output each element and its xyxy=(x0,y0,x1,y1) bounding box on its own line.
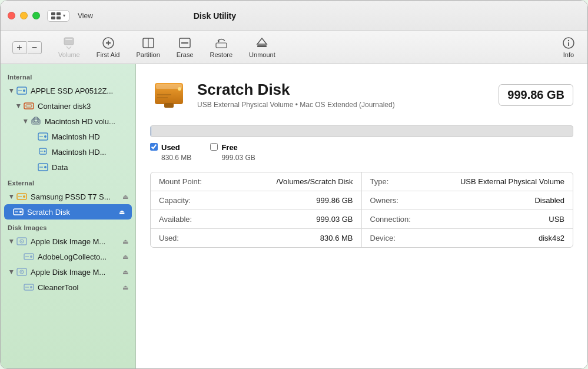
free-value: 999.03 GB xyxy=(221,154,255,162)
sidebar-item-apple-disk-image-2[interactable]: ▶ Apple Disk Image M... ⏏ xyxy=(1,264,135,280)
toolbar-partition[interactable]: Partition xyxy=(136,36,160,58)
titlebar: ▾ View Disk Utility xyxy=(1,1,587,31)
details-row-2: Capacity: 999.86 GB Owners: Disabled xyxy=(151,191,573,210)
maximize-button[interactable] xyxy=(32,12,40,19)
svg-point-16 xyxy=(23,89,25,92)
progress-labels: Used 830.6 MB Free 999.03 GB xyxy=(150,143,573,162)
free-label: Free xyxy=(221,143,255,152)
svg-rect-19 xyxy=(26,105,32,107)
free-checkbox[interactable] xyxy=(210,143,218,151)
svg-point-46 xyxy=(21,271,22,272)
svg-point-40 xyxy=(21,241,22,242)
sidebar-item-cleaner-tool[interactable]: ▶ CleanerTool ⏏ xyxy=(1,280,135,295)
toolbar-volume[interactable]: Volume xyxy=(58,36,80,58)
svg-point-33 xyxy=(23,195,25,198)
eject-icon-cleaner[interactable]: ⏏ xyxy=(120,282,131,292)
eject-icon-adi1[interactable]: ⏏ xyxy=(120,236,131,247)
close-button[interactable] xyxy=(8,12,15,19)
connection-value: USB xyxy=(549,215,564,224)
disk-title: Scratch Disk xyxy=(197,81,499,99)
toolbar-unmount[interactable]: Unmount xyxy=(249,36,275,58)
sidebar-item-adobe-log-label: AdobeLogCollecto... xyxy=(38,252,120,261)
sidebar-item-data[interactable]: ▶ Data xyxy=(1,159,135,175)
first-aid-icon xyxy=(101,36,115,49)
sidebar-item-apple-ssd-label: APPLE SSD AP0512Z... xyxy=(31,87,131,95)
disk-subtitle: USB External Physical Volume • Mac OS Ex… xyxy=(197,101,499,109)
sidebar-item-samsung-pssd[interactable]: ▶ Samsung PSSD T7 S... ⏏ xyxy=(1,189,135,204)
svg-point-27 xyxy=(44,151,46,152)
eject-icon-scratch[interactable]: ⏏ xyxy=(117,207,127,217)
toolbar-erase[interactable]: Erase xyxy=(177,36,194,58)
device-label: Device: xyxy=(370,234,396,242)
usb-drive-icon xyxy=(16,191,28,202)
view-toggle-button[interactable]: ▾ xyxy=(47,10,69,22)
available-value: 999.03 GB xyxy=(316,215,353,224)
sidebar-section-internal: Internal xyxy=(1,69,135,83)
title-text: Disk Utility xyxy=(194,11,236,21)
svg-point-24 xyxy=(44,135,46,138)
sidebar-item-macintosh-hd-2-label: Macintosh HD... xyxy=(52,148,131,157)
toolbar-first-aid[interactable]: First Aid xyxy=(97,36,120,58)
sidebar-item-container-disk3[interactable]: ▶ Container disk3 xyxy=(1,98,135,114)
sidebar-item-scratch-disk[interactable]: ▶ Scratch Disk ⏏ xyxy=(4,204,132,220)
sidebar-item-mac-hd-vol[interactable]: ▶ Macintosh HD volu... xyxy=(1,114,135,129)
drive-icon xyxy=(37,131,49,142)
sidebar-item-samsung-label: Samsung PSSD T7 S... xyxy=(31,192,120,201)
minimize-button[interactable] xyxy=(20,12,28,19)
connection-cell: Connection: USB xyxy=(362,210,573,228)
svg-point-13 xyxy=(568,40,569,41)
svg-point-30 xyxy=(44,166,46,168)
expand-arrow-icon: ▶ xyxy=(8,192,16,201)
disk-header: Scratch Disk USB External Physical Volum… xyxy=(150,76,573,114)
progress-bar-fill xyxy=(151,126,151,137)
sidebar-item-cleaner-tool-label: CleanerTool xyxy=(38,283,120,292)
eject-icon-adi2[interactable]: ⏏ xyxy=(120,267,131,277)
toolbar-erase-label: Erase xyxy=(177,51,194,58)
sidebar-item-macintosh-hd-2[interactable]: ▶ Macintosh HD... xyxy=(1,144,135,159)
type-cell: Type: USB External Physical Volume xyxy=(362,172,573,191)
available-label: Available: xyxy=(159,215,192,224)
main-area: Internal ▶ APPLE SSD AP0512Z... ▶ Contai… xyxy=(1,64,587,368)
details-row-4: Used: 830.6 MB Device: disk4s2 xyxy=(151,229,573,247)
svg-marker-10 xyxy=(257,38,267,44)
expand-arrow-icon: ▶ xyxy=(8,268,16,276)
used-cell: Used: 830.6 MB xyxy=(151,229,362,247)
free-label-group: Free 999.03 GB xyxy=(210,143,255,162)
capacity-cell: Capacity: 999.86 GB xyxy=(151,191,362,210)
add-volume-button[interactable]: + xyxy=(12,41,26,54)
unmount-icon xyxy=(255,36,269,49)
used-checkbox[interactable] xyxy=(150,143,158,151)
eject-icon-adobe[interactable]: ⏏ xyxy=(120,251,131,262)
toolbar-info[interactable]: Info xyxy=(562,36,576,58)
svg-rect-11 xyxy=(257,45,267,47)
sidebar-item-apple-disk-image-1[interactable]: ▶ Apple Disk Image M... ⏏ xyxy=(1,234,135,249)
owners-cell: Owners: Disabled xyxy=(362,191,573,210)
toolbar-partition-label: Partition xyxy=(136,51,160,58)
sidebar-item-macintosh-hd[interactable]: ▶ Macintosh HD xyxy=(1,129,135,144)
drive-icon xyxy=(23,281,35,293)
toolbar-restore[interactable]: Restore xyxy=(210,36,233,58)
sidebar-item-apple-ssd[interactable]: ▶ APPLE SSD AP0512Z... xyxy=(1,83,135,98)
mount-point-cell: Mount Point: /Volumes/Scratch Disk xyxy=(151,172,362,191)
expand-arrow-icon: ▶ xyxy=(8,237,16,245)
svg-rect-9 xyxy=(216,43,227,48)
sidebar-item-scratch-disk-label: Scratch Disk xyxy=(27,208,117,217)
details-table: Mount Point: /Volumes/Scratch Disk Type:… xyxy=(150,172,573,248)
erase-icon xyxy=(178,36,192,49)
used-value: 830.6 MB xyxy=(161,154,191,162)
view-label: View xyxy=(78,12,93,20)
expand-arrow-icon: ▶ xyxy=(8,87,16,95)
remove-volume-button[interactable]: − xyxy=(28,41,42,54)
toolbar-info-label: Info xyxy=(563,51,574,58)
eject-icon[interactable]: ⏏ xyxy=(120,191,131,202)
type-value: USB External Physical Volume xyxy=(460,177,564,186)
mount-point-label: Mount Point: xyxy=(159,177,202,186)
disk-image-icon xyxy=(16,235,28,247)
sidebar-item-mac-hd-vol-label: Macintosh HD volu... xyxy=(45,117,131,126)
info-icon xyxy=(562,36,576,49)
details-row-1: Mount Point: /Volumes/Scratch Disk Type:… xyxy=(151,172,573,191)
toolbar-volume-label: Volume xyxy=(58,51,80,58)
mount-point-value: /Volumes/Scratch Disk xyxy=(276,177,353,186)
free-label-text: Free 999.03 GB xyxy=(221,143,255,162)
sidebar-item-adobe-log[interactable]: ▶ AdobeLogCollecto... ⏏ xyxy=(1,249,135,264)
